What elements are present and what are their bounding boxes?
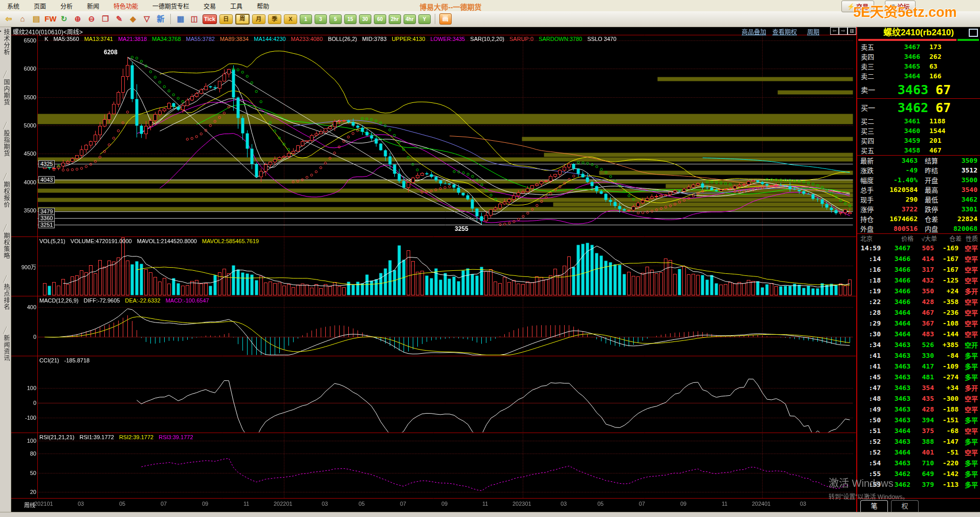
period-week-button[interactable]: 周	[235, 14, 250, 25]
sidebar-tab[interactable]: 国内期货	[0, 79, 11, 105]
menu-item[interactable]: 页面	[27, 1, 53, 11]
period-link[interactable]: 周期	[807, 27, 819, 36]
rsi-axis-label: 50	[15, 470, 36, 476]
split-window-icon[interactable]: ▥	[848, 27, 856, 35]
rsi-axis-label: 20	[15, 489, 36, 495]
ask-row: 卖三 3465 63	[857, 61, 980, 71]
sidebar-tab[interactable]: 技术分析▶	[0, 29, 11, 55]
menu-item[interactable]: 工具	[223, 1, 250, 11]
indicator-value: SARUP:0	[509, 36, 533, 42]
toolbar-icon[interactable]: ▽	[141, 14, 152, 24]
tab-ticks[interactable]: 笔	[860, 500, 888, 512]
toolbar-icon[interactable]: ⇦	[3, 14, 14, 24]
toolbar-icon[interactable]: ✎	[114, 14, 125, 24]
cci-axis-label: -100	[15, 415, 36, 421]
price-axis-label: 5500	[15, 94, 36, 100]
tick-row: :30 3464 483 -144 空平	[857, 329, 980, 339]
period-day-button[interactable]: 日	[219, 14, 233, 24]
menu-item[interactable]: 帮助	[250, 1, 276, 11]
quote-title-row: 螺纹2410(rb2410)	[857, 27, 980, 39]
view-options-link[interactable]: 查看期权	[772, 27, 797, 36]
site-watermark: 5E天资5etz.com	[853, 1, 957, 21]
x-axis-date-label: 05	[359, 501, 365, 507]
window-icon[interactable]	[969, 29, 978, 37]
cci-axis-label: 100	[15, 385, 36, 391]
indicator-value: MA34:3768	[152, 36, 181, 42]
ask-row: 卖五 3467 173	[857, 42, 980, 52]
minute-period-button[interactable]: 4hr	[404, 14, 416, 24]
price-level-label: 3360	[38, 214, 55, 222]
minute-period-button[interactable]: 1	[300, 14, 312, 24]
tick-row: :54 3463 710 -220 多平	[857, 458, 980, 468]
sidebar-divider	[0, 71, 11, 78]
toolbar-icon[interactable]: ⊖	[86, 14, 97, 24]
quote-stat-row: 外盘 800516 内盘 820068	[857, 224, 980, 233]
period-custom-button[interactable]: X	[284, 14, 297, 24]
toolbar-icon[interactable]: ▦	[175, 14, 186, 24]
toolbar-icon[interactable]: ▤	[31, 14, 42, 24]
indicator-value: DIFF:-72.9605	[83, 297, 120, 304]
x-axis-date-label: 09	[441, 501, 448, 507]
toolbar-icon[interactable]: ⌂	[17, 14, 28, 24]
kline-indicator-header: K MA5:3560 MA13:3741 MA21:3818 MA34:3768…	[44, 36, 620, 42]
macd-indicator-header: MACD(12,26,9) DIFF:-72.9605 DEA:-22.6332…	[39, 297, 213, 304]
paint-icon[interactable]: 画	[439, 13, 452, 25]
overlay-commodity-link[interactable]: 商品叠加	[742, 27, 766, 36]
bid-row: 买五 3458 467	[857, 145, 980, 155]
toolbar-icon[interactable]: 新	[155, 14, 166, 24]
indicator-value: MA233:4080	[291, 36, 323, 42]
menu-item[interactable]: 系统	[0, 1, 27, 11]
indicator-value: DEA:-22.6332	[125, 297, 160, 304]
sidebar-tab[interactable]: 热点排名	[0, 284, 11, 310]
indicator-value: MAVOL2:585465.7619	[202, 238, 259, 244]
minute-period-button[interactable]: 2hr	[389, 14, 401, 24]
tab-options[interactable]: 权	[891, 500, 919, 512]
tick-row: :41 3463 417 -109 多平	[857, 361, 980, 372]
minute-period-button[interactable]: 5	[329, 14, 342, 24]
x-axis-period-label: 周线	[24, 501, 35, 509]
indicator-value: VOL(5,21)	[39, 238, 65, 244]
sidebar-tab[interactable]: 新闻资讯	[0, 335, 11, 361]
sidebar-tab[interactable]: 期权报价	[0, 181, 11, 208]
menu-item[interactable]: 一德期货专栏	[145, 1, 196, 11]
bid-row: 买三 3460 1544	[857, 126, 980, 136]
tick-row: :28 3464 467 -236 空平	[857, 307, 980, 318]
menu-item[interactable]: 分析	[53, 1, 80, 11]
x-axis-date-label: 09	[680, 501, 686, 507]
indicator-value: MACD:-100.6547	[166, 297, 209, 304]
x-axis-date-label: 03	[322, 501, 328, 507]
toolbar-icon[interactable]: ⊕	[72, 14, 83, 24]
prev-window-icon[interactable]: ⇦	[830, 27, 839, 35]
quote-panel: 螺纹2410(rb2410) 卖五 3467 173 卖四 3466 262 卖…	[856, 27, 980, 512]
period-quarter-button[interactable]: 季	[268, 14, 281, 24]
minute-period-button[interactable]: 60	[374, 14, 386, 24]
indicator-value: RSI(21,21,21)	[39, 434, 74, 440]
rsi-indicator-header: RSI(21,21,21) RSI1:39.1772 RSI2:39.1772 …	[39, 434, 197, 440]
x-axis-date-label: 11	[482, 501, 488, 507]
sidebar-divider	[0, 173, 11, 180]
toolbar-icon[interactable]: FW	[44, 14, 56, 24]
menu-item[interactable]: 特色功能	[106, 1, 145, 11]
period-month-button[interactable]: 月	[252, 14, 265, 24]
menu-item[interactable]: 交易	[196, 1, 223, 11]
x-axis-date-label: 03	[800, 501, 806, 507]
toolbar-icon[interactable]: ◆	[127, 14, 139, 24]
tick-period-button[interactable]: Tick	[203, 14, 217, 24]
sidebar-tab[interactable]: 股指期货	[0, 130, 11, 157]
x-axis-date-label: 202101	[34, 501, 53, 507]
toolbar-icon[interactable]: ◫	[189, 14, 200, 24]
minute-period-button[interactable]: 30	[359, 14, 371, 24]
minute-period-button[interactable]: Y	[418, 14, 431, 24]
toolbar-separator	[435, 14, 435, 24]
sidebar-tab[interactable]: 期权策略	[0, 232, 11, 259]
minute-period-button[interactable]: 15	[344, 14, 357, 24]
indicator-value: SARDOWN:3780	[539, 36, 582, 42]
menu-item[interactable]: 新闻	[80, 1, 106, 11]
indicator-value: UPPER:4130	[392, 36, 425, 42]
toolbar-icon[interactable]: ↻	[58, 14, 70, 24]
active-tab-arrow-icon: ▶	[0, 29, 2, 33]
toolbar-icon[interactable]: ❐	[100, 14, 111, 24]
minute-period-button[interactable]: 3	[315, 14, 327, 24]
next-window-icon[interactable]: ⇨	[839, 27, 848, 35]
price-level-label: 4325	[38, 160, 55, 167]
